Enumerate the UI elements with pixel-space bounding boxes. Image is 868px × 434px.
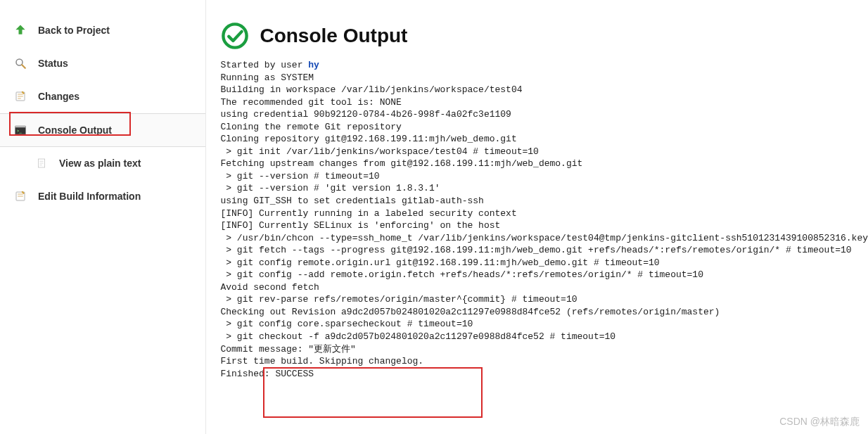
page-title: Console Output bbox=[260, 25, 407, 47]
svg-line-1 bbox=[22, 65, 25, 68]
document-icon bbox=[34, 155, 49, 171]
nav-label: Edit Build Information bbox=[38, 191, 141, 202]
nav-view-plain-text[interactable]: View as plain text bbox=[0, 147, 205, 180]
started-text: Started by user bbox=[220, 60, 308, 70]
nav-label: Status bbox=[38, 58, 68, 69]
notepad-icon bbox=[13, 89, 28, 104]
nav-edit-build-info[interactable]: Edit Build Information bbox=[0, 180, 205, 213]
sidebar: Back to Project Status Changes >_ Consol… bbox=[0, 0, 206, 434]
watermark: CSDN @林暗森鹿 bbox=[779, 416, 860, 428]
main-content: Console Output Started by user hy Runnin… bbox=[206, 0, 868, 434]
notepad-edit-icon bbox=[13, 189, 28, 204]
console-lines: Running as SYSTEM Building in workspace … bbox=[220, 72, 868, 379]
user-link[interactable]: hy bbox=[308, 60, 319, 70]
nav-label: View as plain text bbox=[59, 158, 141, 169]
svg-point-16 bbox=[224, 24, 247, 47]
nav-label: Changes bbox=[38, 91, 79, 102]
success-icon bbox=[220, 21, 250, 51]
magnifier-icon bbox=[13, 56, 28, 71]
nav-label: Back to Project bbox=[38, 25, 110, 36]
nav-status[interactable]: Status bbox=[0, 47, 205, 80]
page-title-row: Console Output bbox=[220, 21, 868, 51]
nav-console-output[interactable]: >_ Console Output bbox=[0, 113, 205, 147]
svg-rect-7 bbox=[15, 126, 26, 127]
up-arrow-icon bbox=[13, 23, 28, 38]
svg-text:>_: >_ bbox=[17, 128, 23, 134]
nav-label: Console Output bbox=[38, 125, 112, 136]
nav-back-to-project[interactable]: Back to Project bbox=[0, 14, 205, 47]
console-output-text: Started by user hy Running as SYSTEM Bui… bbox=[220, 59, 868, 380]
nav-changes[interactable]: Changes bbox=[0, 80, 205, 113]
terminal-icon: >_ bbox=[13, 122, 28, 138]
